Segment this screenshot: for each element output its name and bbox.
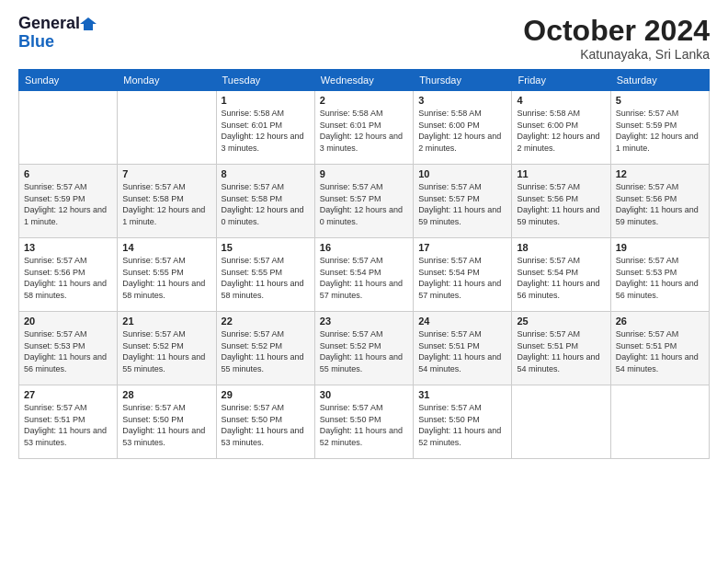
day-number: 14: [122, 242, 210, 253]
day-info: Sunrise: 5:57 AMSunset: 5:50 PMDaylight:…: [122, 402, 210, 448]
logo: General Blue: [18, 15, 97, 52]
day-info: Sunrise: 5:57 AMSunset: 5:50 PMDaylight:…: [418, 402, 506, 448]
header-wednesday: Wednesday: [314, 70, 413, 91]
day-info: Sunrise: 5:57 AMSunset: 5:52 PMDaylight:…: [122, 328, 210, 374]
day-number: 31: [418, 389, 506, 400]
day-cell-2-4: 17Sunrise: 5:57 AMSunset: 5:54 PMDayligh…: [414, 238, 512, 312]
day-cell-3-1: 21Sunrise: 5:57 AMSunset: 5:52 PMDayligh…: [118, 312, 216, 385]
day-number: 11: [517, 168, 605, 179]
header-sunday: Sunday: [19, 70, 118, 91]
logo-bird-icon: [80, 16, 97, 32]
day-number: 13: [24, 242, 112, 253]
day-cell-1-6: 12Sunrise: 5:57 AMSunset: 5:56 PMDayligh…: [610, 165, 709, 238]
day-cell-1-1: 7Sunrise: 5:57 AMSunset: 5:58 PMDaylight…: [118, 165, 216, 238]
day-info: Sunrise: 5:57 AMSunset: 5:51 PMDaylight:…: [616, 328, 704, 374]
day-cell-1-0: 6Sunrise: 5:57 AMSunset: 5:59 PMDaylight…: [19, 165, 118, 238]
day-cell-4-2: 29Sunrise: 5:57 AMSunset: 5:50 PMDayligh…: [216, 385, 314, 459]
logo-general: General: [18, 15, 80, 33]
day-number: 7: [122, 168, 210, 179]
month-title: October 2024: [523, 15, 710, 47]
day-info: Sunrise: 5:58 AMSunset: 6:01 PMDaylight:…: [222, 108, 310, 154]
day-number: 27: [24, 389, 112, 400]
day-number: 4: [517, 95, 605, 106]
day-cell-4-5: [512, 385, 610, 459]
day-number: 16: [320, 242, 408, 253]
logo-blue: Blue: [18, 33, 54, 52]
svg-marker-0: [80, 17, 97, 30]
day-cell-0-1: [118, 91, 216, 165]
day-info: Sunrise: 5:57 AMSunset: 5:54 PMDaylight:…: [418, 255, 506, 301]
day-cell-3-4: 24Sunrise: 5:57 AMSunset: 5:51 PMDayligh…: [414, 312, 512, 385]
header-tuesday: Tuesday: [216, 70, 314, 91]
day-cell-0-3: 2Sunrise: 5:58 AMSunset: 6:01 PMDaylight…: [314, 91, 413, 165]
day-number: 21: [122, 316, 210, 327]
day-info: Sunrise: 5:57 AMSunset: 5:50 PMDaylight:…: [222, 402, 310, 448]
day-cell-1-5: 11Sunrise: 5:57 AMSunset: 5:56 PMDayligh…: [512, 165, 610, 238]
day-info: Sunrise: 5:57 AMSunset: 5:58 PMDaylight:…: [222, 181, 310, 227]
day-cell-4-1: 28Sunrise: 5:57 AMSunset: 5:50 PMDayligh…: [118, 385, 216, 459]
calendar-table: Sunday Monday Tuesday Wednesday Thursday…: [18, 69, 710, 459]
day-info: Sunrise: 5:57 AMSunset: 5:55 PMDaylight:…: [222, 255, 310, 301]
day-cell-0-5: 4Sunrise: 5:58 AMSunset: 6:00 PMDaylight…: [512, 91, 610, 165]
location: Katunayaka, Sri Lanka: [523, 47, 710, 62]
day-cell-3-0: 20Sunrise: 5:57 AMSunset: 5:53 PMDayligh…: [19, 312, 118, 385]
header-friday: Friday: [512, 70, 610, 91]
day-info: Sunrise: 5:57 AMSunset: 5:55 PMDaylight:…: [122, 255, 210, 301]
day-cell-3-2: 22Sunrise: 5:57 AMSunset: 5:52 PMDayligh…: [216, 312, 314, 385]
day-info: Sunrise: 5:57 AMSunset: 5:59 PMDaylight:…: [24, 181, 112, 227]
day-number: 19: [616, 242, 704, 253]
day-info: Sunrise: 5:57 AMSunset: 5:56 PMDaylight:…: [616, 181, 704, 227]
day-number: 10: [418, 168, 506, 179]
day-info: Sunrise: 5:57 AMSunset: 5:57 PMDaylight:…: [320, 181, 408, 227]
title-block: October 2024 Katunayaka, Sri Lanka: [523, 15, 710, 62]
day-cell-2-6: 19Sunrise: 5:57 AMSunset: 5:53 PMDayligh…: [610, 238, 709, 312]
header: General Blue October 2024 Katunayaka, Sr…: [18, 15, 710, 62]
day-info: Sunrise: 5:57 AMSunset: 5:51 PMDaylight:…: [418, 328, 506, 374]
day-number: 30: [320, 389, 408, 400]
day-number: 29: [222, 389, 310, 400]
day-cell-4-0: 27Sunrise: 5:57 AMSunset: 5:51 PMDayligh…: [19, 385, 118, 459]
day-cell-4-3: 30Sunrise: 5:57 AMSunset: 5:50 PMDayligh…: [314, 385, 413, 459]
day-cell-0-2: 1Sunrise: 5:58 AMSunset: 6:01 PMDaylight…: [216, 91, 314, 165]
day-cell-1-2: 8Sunrise: 5:57 AMSunset: 5:58 PMDaylight…: [216, 165, 314, 238]
day-cell-4-6: [610, 385, 709, 459]
day-number: 9: [320, 168, 408, 179]
day-number: 2: [320, 95, 408, 106]
day-cell-2-0: 13Sunrise: 5:57 AMSunset: 5:56 PMDayligh…: [19, 238, 118, 312]
day-number: 20: [24, 316, 112, 327]
day-info: Sunrise: 5:57 AMSunset: 5:57 PMDaylight:…: [418, 181, 506, 227]
header-monday: Monday: [118, 70, 216, 91]
weekday-header-row: Sunday Monday Tuesday Wednesday Thursday…: [19, 70, 710, 91]
day-number: 17: [418, 242, 506, 253]
day-info: Sunrise: 5:57 AMSunset: 5:51 PMDaylight:…: [24, 402, 112, 448]
day-number: 8: [222, 168, 310, 179]
day-cell-1-4: 10Sunrise: 5:57 AMSunset: 5:57 PMDayligh…: [414, 165, 512, 238]
day-number: 3: [418, 95, 506, 106]
week-row-4: 27Sunrise: 5:57 AMSunset: 5:51 PMDayligh…: [19, 385, 710, 459]
day-number: 23: [320, 316, 408, 327]
day-info: Sunrise: 5:57 AMSunset: 5:51 PMDaylight:…: [517, 328, 605, 374]
day-number: 15: [222, 242, 310, 253]
day-cell-3-3: 23Sunrise: 5:57 AMSunset: 5:52 PMDayligh…: [314, 312, 413, 385]
day-info: Sunrise: 5:57 AMSunset: 5:58 PMDaylight:…: [122, 181, 210, 227]
day-number: 1: [222, 95, 310, 106]
day-number: 5: [616, 95, 704, 106]
day-cell-2-2: 15Sunrise: 5:57 AMSunset: 5:55 PMDayligh…: [216, 238, 314, 312]
day-number: 6: [24, 168, 112, 179]
day-number: 25: [517, 316, 605, 327]
page: General Blue October 2024 Katunayaka, Sr…: [0, 0, 728, 563]
day-info: Sunrise: 5:57 AMSunset: 5:53 PMDaylight:…: [24, 328, 112, 374]
day-cell-0-4: 3Sunrise: 5:58 AMSunset: 6:00 PMDaylight…: [414, 91, 512, 165]
day-info: Sunrise: 5:57 AMSunset: 5:52 PMDaylight:…: [222, 328, 310, 374]
week-row-0: 1Sunrise: 5:58 AMSunset: 6:01 PMDaylight…: [19, 91, 710, 165]
day-info: Sunrise: 5:58 AMSunset: 6:01 PMDaylight:…: [320, 108, 408, 154]
day-info: Sunrise: 5:58 AMSunset: 6:00 PMDaylight:…: [517, 108, 605, 154]
day-number: 28: [122, 389, 210, 400]
day-cell-0-6: 5Sunrise: 5:57 AMSunset: 5:59 PMDaylight…: [610, 91, 709, 165]
day-cell-2-5: 18Sunrise: 5:57 AMSunset: 5:54 PMDayligh…: [512, 238, 610, 312]
day-info: Sunrise: 5:57 AMSunset: 5:52 PMDaylight:…: [320, 328, 408, 374]
day-info: Sunrise: 5:57 AMSunset: 5:53 PMDaylight:…: [616, 255, 704, 301]
day-cell-2-1: 14Sunrise: 5:57 AMSunset: 5:55 PMDayligh…: [118, 238, 216, 312]
day-cell-3-5: 25Sunrise: 5:57 AMSunset: 5:51 PMDayligh…: [512, 312, 610, 385]
day-number: 26: [616, 316, 704, 327]
